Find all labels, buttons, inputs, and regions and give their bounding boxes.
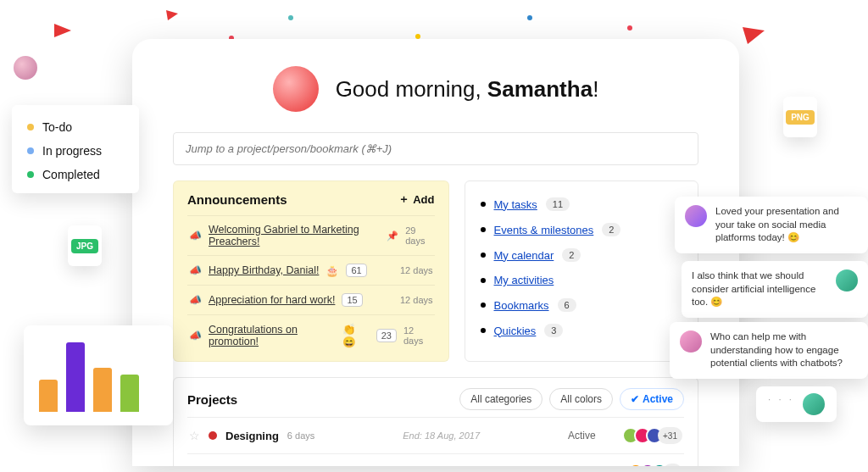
legend-item-completed: Completed xyxy=(27,168,124,181)
chat-text: Who can help me with understanding how t… xyxy=(710,330,858,370)
add-announcement-button[interactable]: ＋ Add xyxy=(398,192,434,207)
greeting-prefix: Good morning, xyxy=(336,76,487,102)
filter-categories[interactable]: All categories xyxy=(459,388,542,410)
project-status: Active xyxy=(568,430,619,441)
pin-icon: 📌 xyxy=(387,230,398,242)
star-icon[interactable]: ☆ xyxy=(189,429,200,442)
filter-colors[interactable]: All colors xyxy=(549,388,613,410)
quicklink-label[interactable]: Quickies xyxy=(494,325,537,337)
legend-label: To-do xyxy=(42,120,72,134)
mini-bar-chart xyxy=(24,325,173,425)
announcement-link[interactable]: Happy Birthday, Danial! xyxy=(209,264,319,276)
quicklink-label[interactable]: My tasks xyxy=(494,198,537,211)
announcements-panel: Announcements ＋ Add 📣 Welcoming Gabriel … xyxy=(173,180,449,362)
chart-bar xyxy=(120,375,139,412)
chart-bar xyxy=(93,368,112,412)
announcement-item[interactable]: 📣 Congratulations on promotion! 👏 😄 23 1… xyxy=(187,314,435,356)
announcement-age: 12 days xyxy=(403,325,433,346)
announcement-item[interactable]: 📣 Welcoming Gabriel to Marketing Preache… xyxy=(187,215,435,255)
quicklink-label[interactable]: Events & milestones xyxy=(494,224,594,236)
quicklink-activities[interactable]: My activities xyxy=(481,268,683,292)
members-overflow: +31 xyxy=(658,427,682,444)
reaction-count: 23 xyxy=(376,329,397,342)
svg-marker-1 xyxy=(743,27,765,44)
announcement-item[interactable]: 📣 Happy Birthday, Danial! 🎂 61 12 days xyxy=(187,255,435,285)
chat-message-typing: · · · xyxy=(756,386,837,422)
chat-avatar xyxy=(680,330,702,353)
bullet-icon xyxy=(481,253,486,258)
announcements-title: Announcements xyxy=(187,192,287,207)
file-chip-png: PNG xyxy=(783,97,817,137)
legend-dot-icon xyxy=(27,147,34,154)
bullet-icon xyxy=(481,278,486,283)
quicklink-quickies[interactable]: Quickies 3 xyxy=(481,318,683,343)
megaphone-icon: 📣 xyxy=(189,294,202,306)
filter-active[interactable]: ✔Active xyxy=(620,388,684,410)
legend-dot-icon xyxy=(27,171,34,178)
megaphone-icon: 📣 xyxy=(189,330,202,342)
check-icon: ✔ xyxy=(631,393,639,405)
quicklink-count: 2 xyxy=(562,248,581,262)
announcement-item[interactable]: 📣 Appreciation for hard work! 15 12 days xyxy=(187,285,435,314)
add-label: Add xyxy=(413,193,434,206)
quicklink-label[interactable]: My activities xyxy=(494,274,554,286)
quicklink-my-tasks[interactable]: My tasks 11 xyxy=(481,192,683,217)
bullet-icon xyxy=(481,328,486,333)
quicklinks-panel: My tasks 11 Events & milestones 2 My cal… xyxy=(465,180,699,362)
emoji: 🎂 xyxy=(326,264,339,277)
jump-to-search-input[interactable] xyxy=(173,132,698,165)
bullet-icon xyxy=(481,227,486,232)
chat-avatar xyxy=(685,205,707,227)
chat-avatar xyxy=(836,269,858,292)
bullet-icon xyxy=(481,202,486,207)
file-chip-jpg: JPG xyxy=(68,225,102,266)
announcement-link[interactable]: Congratulations on promotion! xyxy=(209,324,336,347)
chat-avatar xyxy=(803,393,825,415)
dashboard-window: Good morning, Samantha! Announcements ＋ … xyxy=(132,39,739,466)
quicklink-events[interactable]: Events & milestones 2 xyxy=(481,217,683,242)
legend-item-todo: To-do xyxy=(27,120,124,134)
emoji: 👏 😄 xyxy=(342,323,370,348)
chart-bar xyxy=(66,342,85,412)
svg-marker-0 xyxy=(54,24,71,37)
greeting-suffix: ! xyxy=(593,76,598,102)
project-dates: End: 18 Aug, 2017 xyxy=(403,430,480,441)
star-icon[interactable]: ☆ xyxy=(189,465,200,466)
file-badge-label: JPG xyxy=(71,239,98,253)
status-legend-card: To-do In progress Completed xyxy=(12,105,139,193)
legend-dot-icon xyxy=(27,124,34,130)
quicklink-count: 2 xyxy=(602,223,620,236)
projects-title: Projects xyxy=(187,392,237,407)
announcement-age: 29 days xyxy=(405,225,432,246)
project-row[interactable]: ☆ Social media 7 days 22 Jun, 2016 → 6 A… xyxy=(187,453,684,466)
project-members[interactable]: +8 xyxy=(632,464,682,466)
quicklink-bookmarks[interactable]: Bookmarks 6 xyxy=(481,292,683,318)
file-badge-label: PNG xyxy=(786,110,815,125)
announcement-link[interactable]: Welcoming Gabriel to Marketing Preachers… xyxy=(209,224,380,247)
megaphone-icon: 📣 xyxy=(189,230,202,242)
legend-item-in-progress: In progress xyxy=(27,144,124,158)
filter-active-label: Active xyxy=(643,393,673,405)
chat-message: Who can help me with understanding how t… xyxy=(670,322,868,379)
reaction-count: 61 xyxy=(346,264,366,277)
project-members[interactable]: +31 xyxy=(627,427,682,444)
project-name[interactable]: Designing xyxy=(225,430,279,442)
quicklink-count: 3 xyxy=(544,324,563,337)
project-name[interactable]: Social media xyxy=(225,466,292,467)
projects-panel: Projects All categories All colors ✔Acti… xyxy=(173,377,698,466)
svg-marker-2 xyxy=(166,10,178,20)
members-overflow: +8 xyxy=(663,464,682,466)
quicklink-label[interactable]: My calendar xyxy=(494,249,554,262)
project-row[interactable]: ☆ Designing 6 days End: 18 Aug, 2017 Act… xyxy=(187,417,684,453)
chat-text: Loved your presentation and your take on… xyxy=(715,205,858,245)
chat-text: I also think that we should consider art… xyxy=(692,269,827,309)
chat-message: Loved your presentation and your take on… xyxy=(675,197,868,253)
quicklink-label[interactable]: Bookmarks xyxy=(494,299,549,312)
user-avatar[interactable] xyxy=(273,66,319,112)
chat-message: I also think that we should consider art… xyxy=(682,261,868,318)
quicklink-count: 6 xyxy=(558,298,576,312)
announcement-age: 12 days xyxy=(400,295,433,305)
announcement-link[interactable]: Appreciation for hard work! xyxy=(209,294,335,306)
quicklink-calendar[interactable]: My calendar 2 xyxy=(481,242,683,268)
reaction-count: 15 xyxy=(342,293,362,307)
